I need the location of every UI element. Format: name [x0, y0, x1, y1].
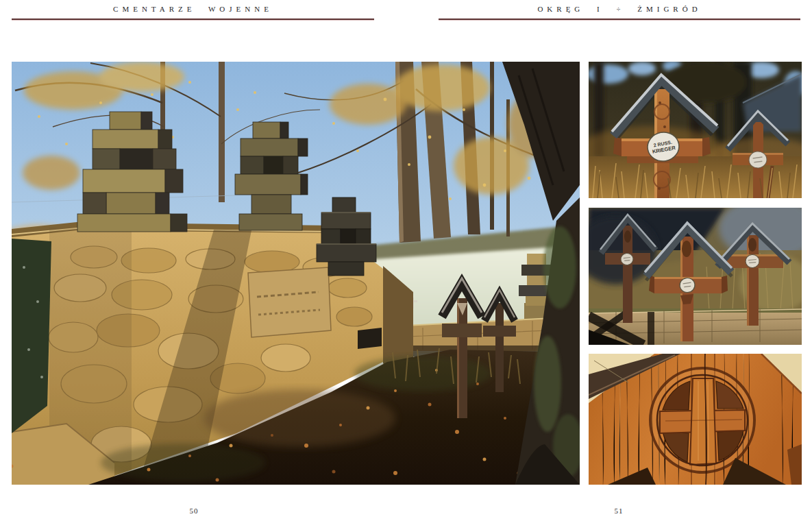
right-header-text: OKRĘG I ÷ ŻMIGRÓD [537, 5, 701, 13]
block-cross-pylon-1 [77, 112, 187, 232]
carved-figure [624, 230, 631, 243]
top-right-photo-scene: 2 RUSS. KRIEGER [589, 62, 802, 198]
book-spread: CMENTARZE WOJENNE OKRĘG I ÷ ŻMIGRÓD [0, 0, 812, 521]
middle-right-photo [589, 208, 802, 345]
right-page-header: OKRĘG I ÷ ŻMIGRÓD [439, 5, 800, 17]
inscription-plaque [248, 267, 331, 337]
top-right-photo: 2 RUSS. KRIEGER [589, 62, 802, 198]
middle-right-photo-scene [589, 208, 802, 345]
left-page-header: CMENTARZE WOJENNE [12, 5, 374, 17]
bottom-right-photo [589, 354, 802, 485]
carved-figure [748, 238, 756, 252]
bottom-right-photo-scene [589, 354, 802, 485]
right-header-rule [439, 19, 800, 20]
stone-wall-base [589, 308, 802, 345]
frosted-bush [12, 239, 51, 433]
left-header-rule [12, 19, 374, 20]
right-page-number: 51 [607, 507, 630, 515]
main-photo-scene [12, 62, 580, 485]
block-cross-pylon-2 [235, 122, 308, 230]
carved-figure [682, 241, 691, 257]
wall-niche [358, 328, 382, 349]
left-header-text: CMENTARZE WOJENNE [113, 5, 273, 13]
left-page-number: 50 [182, 507, 206, 515]
main-photo [12, 62, 580, 485]
